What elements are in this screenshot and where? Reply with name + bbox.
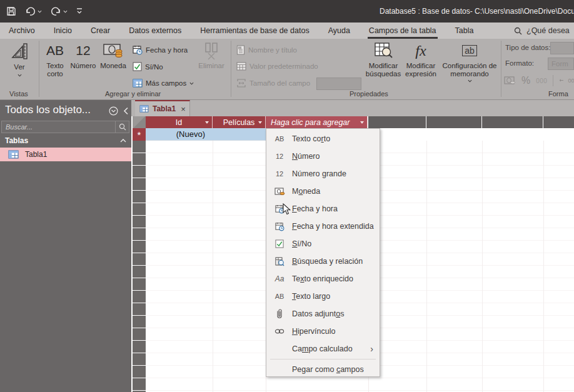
short-text-icon: AB <box>46 41 64 60</box>
checkbox-icon <box>133 62 142 71</box>
number-button[interactable]: 12 Número <box>69 41 98 70</box>
date-time-button[interactable]: Fecha y hora <box>133 45 188 55</box>
currency-icon <box>103 41 124 60</box>
column-header-id[interactable]: Id <box>146 116 213 128</box>
tab-campos-de-la-tabla[interactable]: Campos de la tabla <box>369 23 436 39</box>
menu-item-busqueda-relacion[interactable]: Búsqueda y relación <box>266 253 380 270</box>
field-size-input <box>316 78 361 90</box>
table-icon <box>139 105 149 113</box>
currency-format-icon <box>504 76 516 86</box>
format-select: Form <box>548 58 574 70</box>
short-text-icon: AB <box>271 135 288 143</box>
rich-text-icon: Aa <box>271 274 288 283</box>
navigation-pane: Todos los objeto... Buscar... Tablas Tab… <box>0 100 131 392</box>
tab-archivo[interactable]: Archivo <box>9 23 35 39</box>
search-placeholder: Buscar... <box>2 123 115 131</box>
view-icon <box>10 41 29 61</box>
format-label: Formato: <box>505 59 534 67</box>
short-text-button[interactable]: AB Texto corto <box>41 41 69 78</box>
hyperlink-icon <box>271 328 288 334</box>
tab-ayuda[interactable]: Ayuda <box>328 23 350 39</box>
tab-inicio[interactable]: Inicio <box>54 23 72 39</box>
undo-button[interactable] <box>25 7 42 16</box>
access-window: Database5 : Base de datos- C:\Users\nast… <box>0 0 574 392</box>
calendar-clock-icon <box>271 222 288 231</box>
menu-item-texto-largo[interactable]: AB Texto largo <box>266 288 380 305</box>
number-icon: 12 <box>76 41 90 60</box>
paperclip-icon <box>271 309 288 319</box>
name-caption-icon <box>236 45 245 55</box>
yes-no-button[interactable]: Sí/No <box>133 62 163 71</box>
datasheet-header-row: Id Películas Haga clic para agregar <box>131 116 574 128</box>
table-icon <box>133 79 143 88</box>
shutter-close-icon[interactable] <box>123 107 129 115</box>
field-size-icon <box>236 79 246 88</box>
new-record-id-cell[interactable]: (Nuevo) <box>146 128 213 141</box>
save-icon[interactable] <box>6 6 16 16</box>
group-label-formato: Forma <box>548 90 568 98</box>
new-record-peliculas-cell[interactable] <box>213 128 266 141</box>
table-icon <box>8 150 19 159</box>
document-tab-tabla1[interactable]: Tabla1 × <box>135 100 190 116</box>
fx-icon: fx <box>415 41 426 60</box>
menu-item-pegar-como-campos[interactable]: Pegar como campos <box>266 361 380 378</box>
menu-item-texto-enriquecido[interactable]: Aa Texto enriquecido <box>266 270 380 288</box>
nav-item-tabla1[interactable]: Tabla1 <box>0 148 131 161</box>
menu-item-numero[interactable]: 12 Número <box>266 148 380 165</box>
lookup-icon <box>271 257 288 266</box>
column-header-peliculas[interactable]: Películas <box>213 116 266 128</box>
percent-icon: % <box>521 75 530 86</box>
column-dropdown-icon[interactable] <box>258 121 262 124</box>
more-fields-button[interactable]: Más campos <box>133 79 194 88</box>
ribbon: Ver Vistas AB Texto corto 12 Número Mone… <box>0 39 574 100</box>
column-header-add-field[interactable]: Haga clic para agregar <box>266 116 368 128</box>
quick-access-toolbar <box>6 0 83 23</box>
nav-menu-icon[interactable] <box>109 106 118 116</box>
nav-section-tablas[interactable]: Tablas <box>0 134 131 148</box>
menu-item-campo-calculado[interactable]: Campo calculado › <box>266 340 380 358</box>
calendar-clock-icon <box>133 45 143 55</box>
nav-pane-title: Todos los objeto... <box>5 104 111 116</box>
nav-search-box[interactable]: Buscar... <box>1 121 129 133</box>
tab-herramientas[interactable]: Herramientas de base de datos <box>200 23 309 39</box>
menu-item-texto-corto[interactable]: AB Texto corto <box>266 130 380 148</box>
menu-item-datos-adjuntos[interactable]: Datos adjuntos <box>266 305 380 323</box>
currency-button[interactable]: Moneda <box>98 41 129 70</box>
tab-datos-externos[interactable]: Datos externos <box>129 23 181 39</box>
menu-item-numero-grande[interactable]: 12 Número grande <box>266 165 380 183</box>
column-dropdown-icon[interactable] <box>205 121 209 124</box>
customize-qat-button[interactable] <box>76 8 83 15</box>
menu-item-hipervinculo[interactable]: CaHipervínculo <box>266 323 380 340</box>
empty-column-header <box>368 116 426 128</box>
chevron-up-icon <box>120 139 126 143</box>
data-type-select <box>550 42 574 54</box>
tab-tabla[interactable]: Tabla <box>455 23 474 39</box>
memo-settings-icon: ab <box>462 41 477 60</box>
modify-lookups-button[interactable]: Modificar búsquedas <box>365 41 401 78</box>
menu-item-si-no[interactable]: Sí/No <box>266 235 380 253</box>
menu-item-moneda[interactable]: Moneda <box>266 183 380 200</box>
search-icon[interactable] <box>115 121 129 133</box>
add-field-menu: AB Texto corto 12 Número 12 Número grand… <box>266 128 380 377</box>
view-button[interactable]: Ver <box>5 41 34 77</box>
long-text-icon: AB <box>271 293 288 300</box>
select-all-cell[interactable] <box>133 116 146 128</box>
empty-column-header <box>543 116 574 128</box>
column-dropdown-icon[interactable] <box>360 121 364 124</box>
group-label-agregar: Agregar y eliminar <box>105 90 161 98</box>
tell-me-search[interactable]: ¿Qué desea <box>514 23 570 39</box>
checkbox-icon <box>271 239 288 248</box>
tab-crear[interactable]: Crear <box>91 23 110 39</box>
document-area: Tabla1 × Id Películas Haga clic para agr… <box>131 100 574 392</box>
redo-button[interactable] <box>51 7 68 16</box>
number-icon: 12 <box>271 153 288 160</box>
name-caption-button: Nombre y título <box>236 45 297 55</box>
new-record-selector[interactable]: * <box>133 128 146 141</box>
group-separator <box>501 41 501 97</box>
menu-item-fecha-extendida[interactable]: Fecha y hora extendida <box>266 218 380 235</box>
modify-expression-button[interactable]: fx Modificar expresión <box>403 41 439 78</box>
delete-button: Eliminar <box>195 41 228 70</box>
memo-settings-button[interactable]: ab Configuración de memorando <box>440 41 499 83</box>
close-tab-icon[interactable]: × <box>181 104 186 114</box>
empty-column-header <box>426 116 482 128</box>
